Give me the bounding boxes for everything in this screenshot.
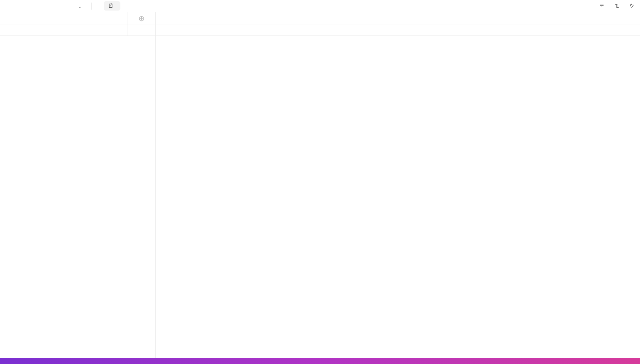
task-sidebar [0, 36, 156, 358]
divider [91, 3, 92, 10]
bottom-accent [0, 358, 640, 364]
name-column-header[interactable] [0, 12, 127, 25]
timeline-day-header[interactable] [156, 25, 640, 36]
add-column-button[interactable]: ⊕ [127, 12, 156, 25]
plus-icon: ⊕ [138, 14, 145, 23]
sort-button[interactable]: ⇅ [615, 3, 621, 10]
filter-icon: ⫧ [599, 3, 605, 9]
chevron-down-icon[interactable]: ⌄ [72, 3, 88, 10]
user-icon: ⛭ [629, 3, 635, 9]
top-toolbar: ⌄ 🗓 ⫧ ⇅ ⛭ [0, 0, 640, 12]
timeline-week-header [156, 12, 640, 25]
gantt-area[interactable] [156, 36, 640, 358]
sort-icon: ⇅ [615, 3, 620, 10]
filter-button[interactable]: ⫧ [599, 3, 607, 9]
today-button[interactable] [95, 5, 104, 7]
zoom-toggle[interactable]: 🗓 [104, 1, 120, 11]
calendar-icon: 🗓 [108, 3, 114, 9]
more-button[interactable]: ⛭ [629, 3, 637, 9]
column-header-row: ⊕ [0, 12, 640, 25]
day-header-row [0, 25, 640, 36]
